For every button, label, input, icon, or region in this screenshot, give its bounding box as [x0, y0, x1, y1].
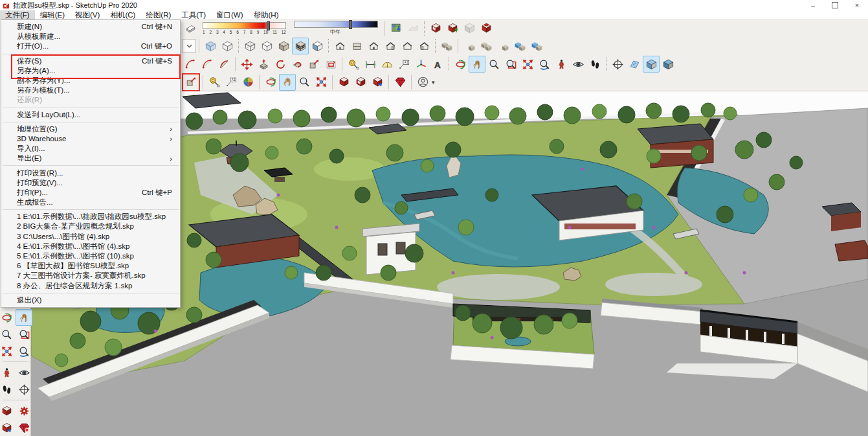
- rotate-icon[interactable]: [272, 56, 289, 73]
- menubar-item[interactable]: 窗口(W): [211, 10, 249, 19]
- account-dropdown-caret[interactable]: ▾: [432, 79, 435, 86]
- zoom-extents-icon[interactable]: [519, 56, 536, 73]
- file-menu-item[interactable]: 发送到 LayOut(L)...: [1, 110, 180, 120]
- zoom-previous-icon[interactable]: [536, 56, 553, 73]
- file-menu-item[interactable]: 5 E:\01.示例数据\...\图书馆 (10).skp: [1, 251, 180, 261]
- look-around-icon[interactable]: [570, 56, 586, 73]
- file-menu-item[interactable]: 2 BIG大集合-某产业园概念规划.skp: [1, 222, 180, 231]
- file-menu-item[interactable]: 1 E:\01.示例数据\...\拙政园\拙政园su模型.skp: [1, 212, 180, 222]
- move-icon[interactable]: [238, 56, 255, 73]
- section-plane-icon[interactable]: [16, 381, 32, 398]
- zoom-icon[interactable]: [485, 56, 502, 73]
- pie-icon[interactable]: [216, 56, 232, 73]
- arc-icon[interactable]: [182, 56, 199, 73]
- date-slider-handle[interactable]: [267, 21, 270, 30]
- display-section-fill-icon[interactable]: [660, 56, 676, 73]
- file-menu-item[interactable]: 导入(I)...: [1, 144, 180, 154]
- add-location-icon[interactable]: [388, 20, 405, 37]
- subtract-icon[interactable]: [495, 38, 511, 54]
- pan-icon[interactable]: [16, 309, 32, 326]
- close-button[interactable]: ×: [846, 0, 868, 10]
- share-model-icon[interactable]: [427, 20, 444, 37]
- axes-icon[interactable]: [412, 56, 429, 73]
- share-model-icon[interactable]: [352, 74, 369, 91]
- zoom-icon[interactable]: [296, 74, 313, 91]
- zoom-previous-icon[interactable]: [16, 343, 32, 360]
- file-menu-item[interactable]: 打开(O)...Ctrl 键+O: [1, 41, 180, 51]
- protractor-icon[interactable]: [379, 56, 395, 73]
- shaded-icon[interactable]: [275, 38, 292, 54]
- walk-icon[interactable]: [586, 56, 603, 73]
- zoom-extents-icon[interactable]: [0, 343, 15, 360]
- get-models-icon[interactable]: [461, 20, 478, 37]
- text-icon[interactable]: A1: [223, 74, 239, 91]
- menubar-item[interactable]: 帮助(H): [249, 10, 284, 19]
- paint-bucket-icon[interactable]: [239, 74, 256, 91]
- push-pull-icon[interactable]: [255, 56, 272, 73]
- file-menu-item[interactable]: 8 办公、居住综合区规划方案 1.skp: [1, 281, 180, 291]
- scale-icon[interactable]: [306, 56, 322, 73]
- file-menu-item[interactable]: 从模板新建...: [1, 32, 180, 41]
- dimension-icon[interactable]: [362, 56, 379, 73]
- trim-icon[interactable]: [511, 38, 528, 54]
- union-icon[interactable]: [478, 38, 495, 54]
- file-menu-item[interactable]: 副本另存为(Y)...: [1, 76, 180, 86]
- display-section-cuts-icon[interactable]: [643, 56, 660, 73]
- orbit-icon[interactable]: [0, 309, 15, 326]
- outer-shell-icon[interactable]: [438, 38, 455, 54]
- restore-button[interactable]: [824, 0, 846, 10]
- walk-icon[interactable]: [0, 381, 15, 398]
- shaded-textures-icon[interactable]: [292, 38, 309, 54]
- share-component-icon[interactable]: [444, 20, 461, 37]
- view-left-icon[interactable]: [416, 38, 432, 54]
- view-iso-icon[interactable]: [331, 38, 348, 54]
- file-menu-item[interactable]: 3D Warehouse›: [1, 134, 180, 144]
- file-menu-item[interactable]: 另存为模板(T)...: [1, 86, 180, 95]
- two-point-arc-icon[interactable]: [199, 56, 216, 73]
- position-camera-icon[interactable]: [0, 364, 15, 381]
- three-d-warehouse-icon[interactable]: [0, 402, 15, 419]
- zoom-icon[interactable]: [0, 326, 15, 343]
- file-menu-item[interactable]: 打印设置(R)...: [1, 168, 180, 178]
- shadow-date-slider[interactable]: 123456789101112: [203, 22, 286, 34]
- view-back-icon[interactable]: [399, 38, 416, 54]
- file-menu-item[interactable]: 打印预览(V)...: [1, 178, 180, 188]
- back-edges-icon[interactable]: [219, 38, 236, 54]
- file-menu-item[interactable]: 导出(E)›: [1, 154, 180, 163]
- menubar-item[interactable]: 编辑(E): [35, 10, 70, 19]
- section-plane-icon[interactable]: [609, 56, 626, 73]
- xray-icon[interactable]: [202, 38, 219, 54]
- account-icon[interactable]: [414, 74, 431, 91]
- file-menu-item[interactable]: 退出(X): [1, 295, 180, 305]
- display-section-planes-icon[interactable]: [626, 56, 643, 73]
- file-menu-item[interactable]: 新建(N)Ctrl 键+N: [1, 22, 180, 32]
- intersect-icon[interactable]: [461, 38, 478, 54]
- zoom-extents-icon[interactable]: [313, 74, 329, 91]
- file-menu-item[interactable]: 另存为(A)...: [1, 66, 180, 76]
- tape-measure-icon[interactable]: [206, 74, 223, 91]
- scale-icon[interactable]: [182, 73, 200, 91]
- file-menu-item[interactable]: 3 C:\Users\...\图书馆 (4).skp: [1, 232, 180, 242]
- split-icon[interactable]: [528, 38, 545, 54]
- pan-icon[interactable]: [279, 74, 296, 91]
- three-d-text-icon[interactable]: A: [429, 56, 446, 73]
- look-around-icon[interactable]: [16, 364, 32, 381]
- extension-warehouse-icon[interactable]: [478, 20, 495, 37]
- shadows-toggle-icon[interactable]: [182, 20, 199, 37]
- zoom-window-icon[interactable]: [502, 56, 519, 73]
- view-top-icon[interactable]: [348, 38, 365, 54]
- model-info-gear-icon[interactable]: [16, 402, 32, 419]
- hidden-line-icon[interactable]: [258, 38, 275, 54]
- menubar-item[interactable]: 绘图(R): [140, 10, 176, 19]
- file-menu-item[interactable]: 打印(P)...Ctrl 键+P: [1, 188, 180, 198]
- menubar-item[interactable]: 文件(F): [0, 10, 35, 19]
- position-camera-icon[interactable]: [553, 56, 570, 73]
- wireframe-icon[interactable]: [241, 38, 258, 54]
- follow-me-icon[interactable]: [289, 56, 306, 73]
- monochrome-icon[interactable]: [309, 38, 326, 54]
- file-menu-item[interactable]: 地理位置(G)›: [1, 124, 180, 134]
- extension-manager-icon[interactable]: [392, 74, 408, 91]
- file-menu-item[interactable]: 7 大三图书馆设计方案- 寂寞轰炸机.skp: [1, 271, 180, 281]
- orbit-icon[interactable]: [262, 74, 279, 91]
- file-menu-item[interactable]: 6 【草图大叔】图书馆SU模型.skp: [1, 261, 180, 271]
